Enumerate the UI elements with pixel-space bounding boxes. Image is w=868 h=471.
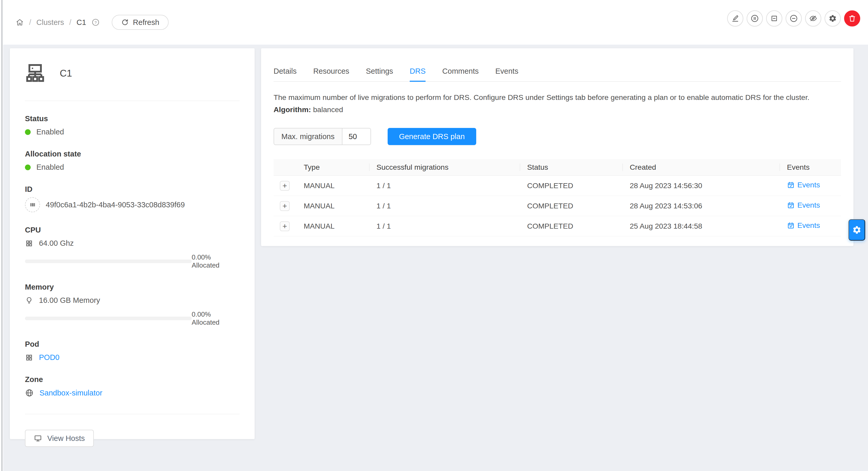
unmanage-button[interactable] xyxy=(766,10,782,27)
svg-text:?: ? xyxy=(94,20,97,25)
row-events-link[interactable]: Events xyxy=(787,221,820,230)
gear-icon xyxy=(852,225,862,235)
zone-label: Zone xyxy=(25,375,240,384)
dedicate-button[interactable] xyxy=(805,10,821,27)
card-header: C1 xyxy=(25,48,240,84)
disable-button[interactable] xyxy=(786,10,802,27)
breadcrumb: / Clusters / C1 ? Refresh xyxy=(16,0,168,45)
cluster-detail-card: Details Resources Settings DRS Comments … xyxy=(261,48,854,246)
drs-controls: Max. migrations Generate DRS plan xyxy=(274,128,841,145)
resource-action-buttons xyxy=(727,10,860,27)
drs-algorithm-line: Algorithm: balanced xyxy=(274,105,841,114)
id-value-row: 49f0c6a1-4b2b-4ba4-9053-33c08d839f69 xyxy=(25,197,240,212)
max-migrations-input[interactable] xyxy=(342,129,370,144)
settings-button[interactable] xyxy=(825,10,841,27)
pause-circle-icon xyxy=(750,14,759,23)
gear-icon xyxy=(829,14,837,23)
col-events: Events xyxy=(780,159,841,175)
memory-value: 16.00 GB Memory xyxy=(39,296,100,305)
divider xyxy=(25,414,240,414)
status-value: Enabled xyxy=(25,128,240,136)
collapsed-sidebar-edge xyxy=(0,0,3,471)
row-events-link[interactable]: Events xyxy=(787,201,820,209)
drs-description: The maximum number of live migrations to… xyxy=(274,93,841,102)
edit-button[interactable] xyxy=(727,10,743,27)
project-settings-fab[interactable] xyxy=(848,219,865,241)
cell-created: 28 Aug 2023 14:53:06 xyxy=(622,202,780,210)
appstore-grid-icon xyxy=(25,239,33,247)
id-label: ID xyxy=(25,185,240,194)
cell-migrations: 1 / 1 xyxy=(369,202,520,210)
expand-row-button[interactable]: + xyxy=(280,201,290,211)
cell-status: COMPLETED xyxy=(520,181,622,190)
tab-comments[interactable]: Comments xyxy=(442,67,478,81)
delete-button[interactable] xyxy=(844,10,860,27)
expand-row-button[interactable]: + xyxy=(280,221,290,231)
col-type: Type xyxy=(297,159,369,175)
tab-drs[interactable]: DRS xyxy=(410,67,426,81)
monitor-icon xyxy=(34,434,42,442)
cell-status: COMPLETED xyxy=(520,222,622,230)
status-label: Status xyxy=(25,114,240,123)
trash-icon xyxy=(848,14,856,23)
tab-resources[interactable]: Resources xyxy=(313,67,349,81)
refresh-button[interactable]: Refresh xyxy=(112,15,169,30)
pause-button[interactable] xyxy=(747,10,763,27)
appstore-grid-icon xyxy=(25,354,33,362)
cpu-allocated-label: 0.00% Allocated xyxy=(192,253,240,269)
copy-id-barcode-icon[interactable] xyxy=(25,197,40,212)
cpu-progress-row: 0.00% Allocated xyxy=(25,253,240,269)
max-migrations-input-group: Max. migrations xyxy=(274,128,371,145)
help-circle-icon[interactable]: ? xyxy=(91,18,100,27)
breadcrumb-item-current: C1 xyxy=(76,18,86,27)
box-minus-icon xyxy=(770,14,778,23)
top-bar: / Clusters / C1 ? Refresh xyxy=(0,0,868,45)
tab-details[interactable]: Details xyxy=(274,67,297,81)
generate-drs-plan-button[interactable]: Generate DRS plan xyxy=(388,128,476,145)
tab-events[interactable]: Events xyxy=(495,67,519,81)
algorithm-value: balanced xyxy=(313,105,343,114)
status-dot-icon xyxy=(25,129,31,135)
calendar-check-icon xyxy=(787,201,795,209)
col-successful-migrations: Successful migrations xyxy=(369,159,520,175)
memory-allocated-label: 0.00% Allocated xyxy=(192,310,240,327)
col-expand xyxy=(274,159,297,175)
cell-type: MANUAL xyxy=(297,222,369,230)
drs-plan-table: Type Successful migrations Status Create… xyxy=(274,159,841,236)
memory-label: Memory xyxy=(25,283,240,292)
breadcrumb-separator: / xyxy=(69,18,71,27)
pod-value-row: POD0 xyxy=(25,353,240,362)
home-icon[interactable] xyxy=(16,18,24,27)
memory-progress-track xyxy=(25,316,192,320)
minus-circle-icon xyxy=(789,14,798,23)
calendar-check-icon xyxy=(787,181,795,189)
table-header-row: Type Successful migrations Status Create… xyxy=(274,159,841,176)
cell-type: MANUAL xyxy=(297,181,369,190)
algorithm-label: Algorithm: xyxy=(274,105,311,114)
cpu-progress-track xyxy=(25,260,192,263)
eye-slash-icon xyxy=(809,14,817,23)
pod-link[interactable]: POD0 xyxy=(39,353,60,362)
id-value: 49f0c6a1-4b2b-4ba4-9053-33c08d839f69 xyxy=(46,201,185,209)
tab-settings[interactable]: Settings xyxy=(366,67,393,81)
zone-link[interactable]: Sandbox-simulator xyxy=(39,389,102,397)
globe-icon xyxy=(25,389,34,397)
view-hosts-button[interactable]: View Hosts xyxy=(25,430,94,447)
breadcrumb-item-clusters[interactable]: Clusters xyxy=(36,18,64,27)
allocation-state-value: Enabled xyxy=(25,163,240,171)
table-row: + MANUAL 1 / 1 COMPLETED 28 Aug 2023 14:… xyxy=(274,176,841,196)
memory-progress-row: 0.00% Allocated xyxy=(25,310,240,327)
cell-migrations: 1 / 1 xyxy=(369,181,520,190)
calendar-check-icon xyxy=(787,222,795,229)
cell-migrations: 1 / 1 xyxy=(369,222,520,230)
resource-title: C1 xyxy=(60,68,72,79)
tab-bar: Details Resources Settings DRS Comments … xyxy=(274,48,841,82)
cpu-value-row: 64.00 Ghz xyxy=(25,239,240,247)
expand-row-button[interactable]: + xyxy=(280,181,290,191)
row-events-link[interactable]: Events xyxy=(787,180,820,189)
cell-type: MANUAL xyxy=(297,202,369,210)
memory-value-row: 16.00 GB Memory xyxy=(25,296,240,305)
allocation-state-label: Allocation state xyxy=(25,150,240,158)
cluster-info-card: C1 Status Enabled Allocation state Enabl… xyxy=(10,48,255,439)
reload-icon xyxy=(121,19,129,26)
